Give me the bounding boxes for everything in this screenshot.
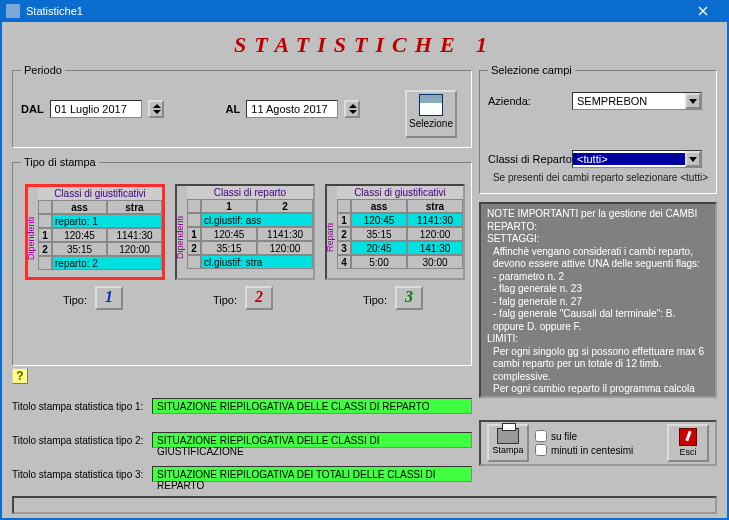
selezione-label: Selezione [409,118,453,129]
al-input[interactable]: 11 Agosto 2017 [246,100,338,118]
selezione-button[interactable]: Selezione [405,90,457,138]
reparto-hint: Se presenti dei cambi reparto selezionar… [488,172,708,183]
page-title: STATISTICHE 1 [10,32,719,58]
dal-spin[interactable] [148,100,164,118]
statusbar [12,496,717,514]
esci-label: Esci [679,447,696,457]
title-input-3[interactable]: SITUAZIONE RIEPILOGATIVA DEI TOTALI DELL… [152,466,472,482]
notes-panel: NOTE IMPORTANTI per la gestione dei CAMB… [479,202,717,398]
azienda-value: SEMPREBON [573,95,685,107]
title-label-3: Titolo stampa statistica tipo 3: [12,469,152,480]
title-row-3: Titolo stampa statistica tipo 3: SITUAZI… [12,466,472,482]
window-title: Statistiche1 [26,5,683,17]
tipo-label-3: Tipo: [363,294,387,306]
esci-button[interactable]: Esci [667,424,709,462]
help-button[interactable]: ? [12,368,28,384]
tipo-1-button[interactable]: 1 [95,286,123,310]
reparto-label: Classi di Reparto [488,153,572,165]
preview-1: Dipendenti Classi di giustificativi asss… [25,184,165,280]
tipostampa-legend: Tipo di stampa [21,156,99,168]
exit-icon [679,428,697,446]
campi-legend: Selezione campi [488,64,575,76]
reparto-value: <tutti> [573,153,685,165]
preview-2-title: Classi di reparto [187,186,313,199]
minuti-checkbox[interactable]: minuti in centesimi [535,444,633,456]
chevron-down-icon [685,93,701,109]
chevron-down-icon [685,151,701,167]
stampa-label: Stampa [492,445,523,455]
tipo-label-2: Tipo: [213,294,237,306]
dal-input[interactable]: 01 Luglio 2017 [50,100,142,118]
app-icon [6,4,20,18]
periodo-legend: Periodo [21,64,65,76]
preview-3: Reparti Classi di giustificativi assstra… [325,184,465,280]
preview-3-side: Reparti [325,198,337,276]
printer-icon [497,428,519,444]
preview-1-title: Classi di giustificativi [38,187,162,200]
campi-group: Selezione campi Azienda: SEMPREBON Class… [479,64,717,194]
title-row-2: Titolo stampa statistica tipo 2: SITUAZI… [12,432,472,448]
al-label: AL [226,103,241,115]
selezione-icon [419,94,443,116]
azienda-select[interactable]: SEMPREBON [572,92,702,110]
bottom-panel: Stampa su file minuti in centesimi Esci [479,420,717,466]
tipo-label-1: Tipo: [63,294,87,306]
tipo-3-button[interactable]: 3 [395,286,423,310]
title-input-1[interactable]: SITUAZIONE RIEPILOGATIVA DELLE CLASSI DI… [152,398,472,414]
preview-1-side: Dipendenti [26,199,38,277]
title-row-1: Titolo stampa statistica tipo 1: SITUAZI… [12,398,472,414]
title-label-2: Titolo stampa statistica tipo 2: [12,435,152,446]
stampa-button[interactable]: Stampa [487,424,529,462]
close-button[interactable] [683,0,723,22]
preview-2: Dipendenti Classi di reparto 12 cl.giust… [175,184,315,280]
title-input-2[interactable]: SITUAZIONE RIEPILOGATIVA DELLE CLASSI DI… [152,432,472,448]
tipostampa-group: Tipo di stampa Dipendenti Classi di gius… [12,156,472,366]
azienda-label: Azienda: [488,95,572,107]
dal-label: DAL [21,103,44,115]
title-label-1: Titolo stampa statistica tipo 1: [12,401,152,412]
al-spin[interactable] [344,100,360,118]
su-file-checkbox[interactable]: su file [535,430,633,442]
preview-3-title: Classi di giustificativi [337,186,463,199]
window-body: STATISTICHE 1 Periodo DAL 01 Luglio 2017… [2,22,727,518]
tipo-2-button[interactable]: 2 [245,286,273,310]
preview-2-side: Dipendenti [175,198,187,276]
reparto-select[interactable]: <tutti> [572,150,702,168]
titlebar: Statistiche1 [0,0,729,22]
checkbox-column: su file minuti in centesimi [535,428,633,458]
periodo-group: Periodo DAL 01 Luglio 2017 AL 11 Agosto … [12,64,472,148]
